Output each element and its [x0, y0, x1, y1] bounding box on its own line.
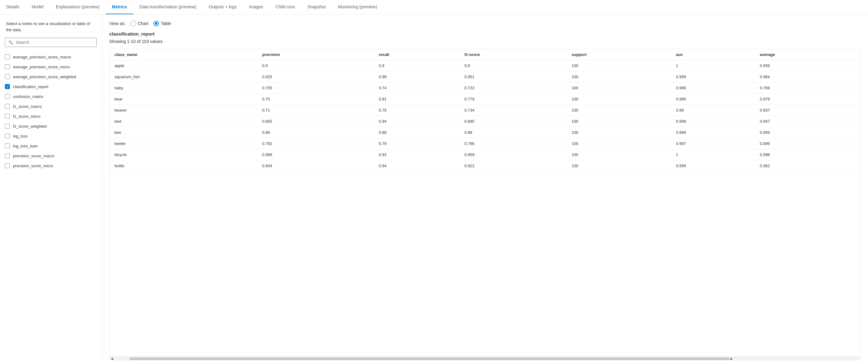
tab-model[interactable]: Model: [26, 0, 50, 14]
metric-item-f1_score_weighted[interactable]: f1_score_weighted: [0, 121, 101, 131]
scroll-left-arrow[interactable]: ◀: [110, 357, 114, 360]
cell-4-6: 0.837: [755, 105, 860, 116]
tab-details[interactable]: Details: [0, 0, 26, 14]
cell-8-0: bicycle: [110, 149, 257, 160]
checkbox-log_loss[interactable]: [5, 134, 10, 138]
search-input[interactable]: [16, 40, 93, 45]
col-header-f1-score: f1-score: [459, 49, 566, 60]
metric-item-classification_report[interactable]: classification_report: [0, 82, 101, 91]
cell-8-5: 1: [671, 149, 755, 160]
checkbox-average_precision_score_macro[interactable]: [5, 54, 10, 59]
cell-0-0: apple: [110, 60, 257, 72]
metric-item-precision_score_macro[interactable]: precision_score_macro: [0, 151, 101, 161]
cell-3-0: bear: [110, 94, 257, 105]
cell-6-6: 0.956: [755, 127, 860, 138]
cell-6-5: 0.999: [671, 127, 755, 138]
checkbox-average_precision_score_weighted[interactable]: [5, 74, 10, 79]
col-header-precision: precision: [257, 49, 374, 60]
cell-9-0: bottle: [110, 160, 257, 171]
table-row: baby0.7050.740.7221000.9960.769: [110, 83, 860, 94]
table-radio-option[interactable]: Table: [153, 21, 171, 26]
report-count: Showing 1-10 of 103 values: [109, 39, 861, 44]
cell-1-6: 0.984: [755, 72, 860, 83]
search-box[interactable]: 🔍: [5, 38, 97, 47]
cell-0-2: 0.9: [374, 60, 460, 72]
cell-5-3: 0.895: [459, 116, 566, 127]
metric-item-precision_score_micro[interactable]: precision_score_micro: [0, 161, 101, 171]
checkbox-f1_score_micro[interactable]: [5, 114, 10, 119]
checkbox-precision_score_micro[interactable]: [5, 163, 10, 168]
cell-5-2: 0.94: [374, 116, 460, 127]
cell-4-2: 0.76: [374, 105, 460, 116]
cell-7-2: 0.79: [374, 138, 460, 149]
cell-2-1: 0.705: [257, 83, 374, 94]
metric-label-precision_score_macro: precision_score_macro: [13, 154, 54, 158]
horizontal-scrollbar[interactable]: ◀ ▶: [109, 357, 861, 360]
cell-3-6: 0.879: [755, 94, 860, 105]
scroll-thumb[interactable]: [129, 358, 730, 360]
metric-item-log_loss[interactable]: log_loss: [0, 131, 101, 141]
metric-item-confusion_matrix[interactable]: confusion_matrix: [0, 91, 101, 101]
checkbox-confusion_matrix[interactable]: [5, 94, 10, 99]
cell-2-5: 0.996: [671, 83, 755, 94]
cell-6-1: 0.88: [257, 127, 374, 138]
cell-8-4: 100: [567, 149, 671, 160]
metric-label-confusion_matrix: confusion_matrix: [13, 94, 43, 99]
metric-label-log_loss: log_loss: [13, 134, 28, 138]
metric-item-f1_score_macro[interactable]: f1_score_macro: [0, 101, 101, 111]
metric-label-average_precision_score_macro: average_precision_score_macro: [13, 55, 71, 59]
checkbox-f1_score_weighted[interactable]: [5, 123, 10, 129]
table-row: bottle0.9040.940.9221000.9990.962: [110, 160, 860, 171]
table-row: aquarium_fish0.9250.980.9511000.9990.984: [110, 72, 860, 83]
metric-item-f1_score_micro[interactable]: f1_score_micro: [0, 111, 101, 121]
cell-2-2: 0.74: [374, 83, 460, 94]
tab-outputs---logs[interactable]: Outputs + logs: [203, 0, 243, 14]
checkbox-precision_score_macro[interactable]: [5, 153, 10, 158]
cell-0-1: 0.9: [257, 60, 374, 72]
metric-label-average_precision_score_weighted: average_precision_score_weighted: [13, 75, 76, 79]
metric-label-precision_score_micro: precision_score_micro: [13, 164, 53, 168]
table-row: bicycle0.9890.930.95910010.998: [110, 149, 860, 160]
cell-4-5: 0.99: [671, 105, 755, 116]
tab-explanations--preview-[interactable]: Explanations (preview): [50, 0, 106, 14]
cell-2-3: 0.722: [459, 83, 566, 94]
tab-data-transformation--preview-[interactable]: Data transformation (preview): [133, 0, 203, 14]
cell-8-3: 0.959: [459, 149, 566, 160]
metric-label-f1_score_macro: f1_score_macro: [13, 104, 42, 109]
tab-child-runs[interactable]: Child runs: [270, 0, 301, 14]
metric-item-average_precision_score_micro[interactable]: average_precision_score_micro: [0, 62, 101, 72]
cell-1-1: 0.925: [257, 72, 374, 83]
col-header-recall: recall: [374, 49, 460, 60]
cell-0-4: 100: [567, 60, 671, 72]
checkbox-f1_score_macro[interactable]: [5, 104, 10, 109]
cell-4-1: 0.71: [257, 105, 374, 116]
tab-snapshot[interactable]: Snapshot: [301, 0, 332, 14]
tab-images[interactable]: Images: [243, 0, 270, 14]
metric-item-log_loss_train[interactable]: log_loss_train: [0, 141, 101, 151]
col-header-class_name: class_name: [110, 49, 257, 60]
tab-metrics[interactable]: Metrics: [106, 0, 133, 14]
col-header-average: average: [755, 49, 860, 60]
metric-label-classification_report: classification_report: [13, 84, 49, 89]
cell-6-4: 100: [567, 127, 671, 138]
data-table-container[interactable]: class_nameprecisionrecallf1-scoresupport…: [109, 49, 861, 357]
scroll-right-arrow[interactable]: ▶: [730, 357, 734, 360]
table-row: bed0.8550.940.8951000.9990.947: [110, 116, 860, 127]
metric-item-average_precision_score_macro[interactable]: average_precision_score_macro: [0, 52, 101, 62]
checkbox-classification_report[interactable]: [5, 84, 10, 89]
checkbox-average_precision_score_micro[interactable]: [5, 64, 10, 69]
tab-monitoring--preview-[interactable]: Monitoring (preview): [332, 0, 383, 14]
cell-7-1: 0.782: [257, 138, 374, 149]
cell-3-2: 0.81: [374, 94, 460, 105]
cell-5-6: 0.947: [755, 116, 860, 127]
checkbox-log_loss_train[interactable]: [5, 143, 10, 148]
chart-radio-option[interactable]: Chart: [130, 21, 149, 26]
cell-3-5: 0.995: [671, 94, 755, 105]
cell-9-2: 0.94: [374, 160, 460, 171]
cell-5-1: 0.855: [257, 116, 374, 127]
report-area: classification_report Showing 1-10 of 10…: [102, 31, 868, 360]
table-radio[interactable]: [153, 21, 159, 26]
metric-item-average_precision_score_weighted[interactable]: average_precision_score_weighted: [0, 72, 101, 82]
chart-radio[interactable]: [130, 21, 136, 26]
cell-2-4: 100: [567, 83, 671, 94]
